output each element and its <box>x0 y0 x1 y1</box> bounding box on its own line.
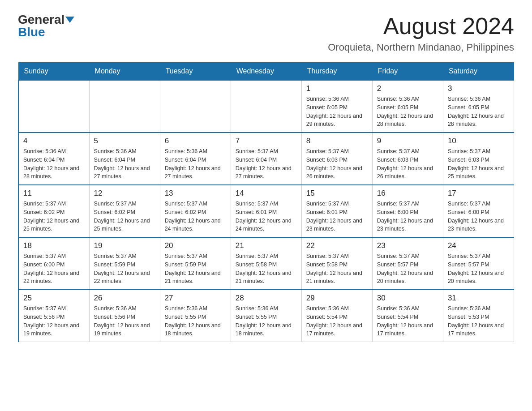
day-number: 5 <box>94 137 155 146</box>
day-info: Sunrise: 5:37 AM Sunset: 6:04 PM Dayligh… <box>236 147 297 181</box>
day-info: Sunrise: 5:37 AM Sunset: 5:59 PM Dayligh… <box>165 252 226 286</box>
calendar-body: 1Sunrise: 5:36 AM Sunset: 6:05 PM Daylig… <box>18 80 514 342</box>
calendar-cell: 15Sunrise: 5:37 AM Sunset: 6:01 PM Dayli… <box>301 185 372 237</box>
day-number: 1 <box>306 84 368 93</box>
day-number: 11 <box>23 189 85 198</box>
calendar-week-2: 4Sunrise: 5:36 AM Sunset: 6:04 PM Daylig… <box>18 133 514 185</box>
weekday-header-saturday: Saturday <box>443 63 514 81</box>
day-info: Sunrise: 5:36 AM Sunset: 6:05 PM Dayligh… <box>306 95 368 128</box>
day-info: Sunrise: 5:37 AM Sunset: 6:00 PM Dayligh… <box>448 200 509 233</box>
calendar-week-1: 1Sunrise: 5:36 AM Sunset: 6:05 PM Daylig… <box>18 80 514 133</box>
day-info: Sunrise: 5:36 AM Sunset: 6:04 PM Dayligh… <box>94 147 155 181</box>
day-info: Sunrise: 5:37 AM Sunset: 6:01 PM Dayligh… <box>306 200 368 233</box>
day-number: 29 <box>306 294 368 303</box>
calendar-cell: 6Sunrise: 5:36 AM Sunset: 6:04 PM Daylig… <box>160 133 231 185</box>
day-number: 27 <box>165 294 226 303</box>
weekday-header-friday: Friday <box>372 63 443 81</box>
calendar-week-3: 11Sunrise: 5:37 AM Sunset: 6:02 PM Dayli… <box>18 185 514 237</box>
day-info: Sunrise: 5:37 AM Sunset: 5:59 PM Dayligh… <box>94 252 155 286</box>
calendar-cell: 23Sunrise: 5:37 AM Sunset: 5:57 PM Dayli… <box>372 237 443 290</box>
day-number: 28 <box>236 294 297 303</box>
day-number: 17 <box>448 189 509 198</box>
day-info: Sunrise: 5:36 AM Sunset: 6:04 PM Dayligh… <box>23 147 85 181</box>
day-info: Sunrise: 5:36 AM Sunset: 5:54 PM Dayligh… <box>377 304 438 338</box>
day-number: 19 <box>94 241 155 250</box>
logo-general-text: General <box>18 13 64 26</box>
day-info: Sunrise: 5:37 AM Sunset: 6:02 PM Dayligh… <box>94 200 155 233</box>
calendar-cell: 11Sunrise: 5:37 AM Sunset: 6:02 PM Dayli… <box>18 185 89 237</box>
calendar-cell: 12Sunrise: 5:37 AM Sunset: 6:02 PM Dayli… <box>89 185 160 237</box>
day-info: Sunrise: 5:36 AM Sunset: 6:05 PM Dayligh… <box>377 95 438 128</box>
day-number: 18 <box>23 241 85 250</box>
day-info: Sunrise: 5:36 AM Sunset: 5:55 PM Dayligh… <box>236 304 297 338</box>
day-number: 10 <box>448 137 509 146</box>
calendar-cell: 19Sunrise: 5:37 AM Sunset: 5:59 PM Dayli… <box>89 237 160 290</box>
day-number: 14 <box>236 189 297 198</box>
calendar-cell: 14Sunrise: 5:37 AM Sunset: 6:01 PM Dayli… <box>231 185 301 237</box>
location-title: Oroquieta, Northern Mindanao, Philippine… <box>328 42 514 53</box>
calendar-cell: 10Sunrise: 5:37 AM Sunset: 6:03 PM Dayli… <box>443 133 514 185</box>
calendar-cell: 2Sunrise: 5:36 AM Sunset: 6:05 PM Daylig… <box>372 80 443 133</box>
calendar-cell: 27Sunrise: 5:36 AM Sunset: 5:55 PM Dayli… <box>160 290 231 342</box>
calendar-cell: 1Sunrise: 5:36 AM Sunset: 6:05 PM Daylig… <box>301 80 372 133</box>
day-number: 15 <box>306 189 368 198</box>
day-info: Sunrise: 5:37 AM Sunset: 5:57 PM Dayligh… <box>377 252 438 286</box>
day-number: 22 <box>306 241 368 250</box>
day-info: Sunrise: 5:37 AM Sunset: 5:56 PM Dayligh… <box>23 304 85 338</box>
calendar-cell: 20Sunrise: 5:37 AM Sunset: 5:59 PM Dayli… <box>160 237 231 290</box>
day-info: Sunrise: 5:36 AM Sunset: 6:04 PM Dayligh… <box>165 147 226 181</box>
day-info: Sunrise: 5:36 AM Sunset: 5:54 PM Dayligh… <box>306 304 368 338</box>
day-number: 2 <box>377 84 438 93</box>
calendar-cell: 7Sunrise: 5:37 AM Sunset: 6:04 PM Daylig… <box>231 133 301 185</box>
calendar-cell: 25Sunrise: 5:37 AM Sunset: 5:56 PM Dayli… <box>18 290 89 342</box>
day-number: 24 <box>448 241 509 250</box>
calendar-cell: 21Sunrise: 5:37 AM Sunset: 5:58 PM Dayli… <box>231 237 301 290</box>
calendar-cell <box>231 80 301 133</box>
calendar-cell: 28Sunrise: 5:36 AM Sunset: 5:55 PM Dayli… <box>231 290 301 342</box>
calendar-header: SundayMondayTuesdayWednesdayThursdayFrid… <box>18 63 514 81</box>
day-number: 23 <box>377 241 438 250</box>
logo-blue-text: Blue <box>18 26 45 39</box>
day-number: 3 <box>448 84 509 93</box>
day-info: Sunrise: 5:37 AM Sunset: 6:00 PM Dayligh… <box>377 200 438 233</box>
weekday-header-thursday: Thursday <box>301 63 372 81</box>
calendar-cell: 13Sunrise: 5:37 AM Sunset: 6:02 PM Dayli… <box>160 185 231 237</box>
weekday-header-wednesday: Wednesday <box>231 63 301 81</box>
calendar-cell <box>18 80 89 133</box>
day-info: Sunrise: 5:36 AM Sunset: 5:56 PM Dayligh… <box>94 304 155 338</box>
day-number: 9 <box>377 137 438 146</box>
day-number: 31 <box>448 294 509 303</box>
calendar-cell: 5Sunrise: 5:36 AM Sunset: 6:04 PM Daylig… <box>89 133 160 185</box>
calendar-cell: 3Sunrise: 5:36 AM Sunset: 6:05 PM Daylig… <box>443 80 514 133</box>
calendar-table: SundayMondayTuesdayWednesdayThursdayFrid… <box>18 62 514 342</box>
day-info: Sunrise: 5:37 AM Sunset: 6:02 PM Dayligh… <box>23 200 85 233</box>
calendar-week-4: 18Sunrise: 5:37 AM Sunset: 6:00 PM Dayli… <box>18 237 514 290</box>
calendar-cell: 17Sunrise: 5:37 AM Sunset: 6:00 PM Dayli… <box>443 185 514 237</box>
day-number: 7 <box>236 137 297 146</box>
calendar-cell: 31Sunrise: 5:36 AM Sunset: 5:53 PM Dayli… <box>443 290 514 342</box>
day-number: 20 <box>165 241 226 250</box>
day-number: 12 <box>94 189 155 198</box>
day-info: Sunrise: 5:37 AM Sunset: 6:01 PM Dayligh… <box>236 200 297 233</box>
day-info: Sunrise: 5:37 AM Sunset: 5:57 PM Dayligh… <box>448 252 509 286</box>
day-info: Sunrise: 5:37 AM Sunset: 5:58 PM Dayligh… <box>306 252 368 286</box>
day-number: 25 <box>23 294 85 303</box>
day-number: 4 <box>23 137 85 146</box>
day-info: Sunrise: 5:36 AM Sunset: 5:55 PM Dayligh… <box>165 304 226 338</box>
day-info: Sunrise: 5:36 AM Sunset: 5:53 PM Dayligh… <box>448 304 509 338</box>
title-area: August 2024 Oroquieta, Northern Mindanao… <box>328 13 514 53</box>
day-number: 13 <box>165 189 226 198</box>
calendar-cell <box>89 80 160 133</box>
logo-triangle-icon <box>65 17 74 23</box>
header-row: SundayMondayTuesdayWednesdayThursdayFrid… <box>18 63 514 81</box>
day-info: Sunrise: 5:36 AM Sunset: 6:05 PM Dayligh… <box>448 95 509 128</box>
calendar-cell: 4Sunrise: 5:36 AM Sunset: 6:04 PM Daylig… <box>18 133 89 185</box>
calendar-cell: 26Sunrise: 5:36 AM Sunset: 5:56 PM Dayli… <box>89 290 160 342</box>
calendar-cell: 18Sunrise: 5:37 AM Sunset: 6:00 PM Dayli… <box>18 237 89 290</box>
weekday-header-sunday: Sunday <box>18 63 89 81</box>
weekday-header-tuesday: Tuesday <box>160 63 231 81</box>
day-number: 8 <box>306 137 368 146</box>
day-info: Sunrise: 5:37 AM Sunset: 6:03 PM Dayligh… <box>306 147 368 181</box>
calendar-cell: 9Sunrise: 5:37 AM Sunset: 6:03 PM Daylig… <box>372 133 443 185</box>
calendar-cell: 30Sunrise: 5:36 AM Sunset: 5:54 PM Dayli… <box>372 290 443 342</box>
